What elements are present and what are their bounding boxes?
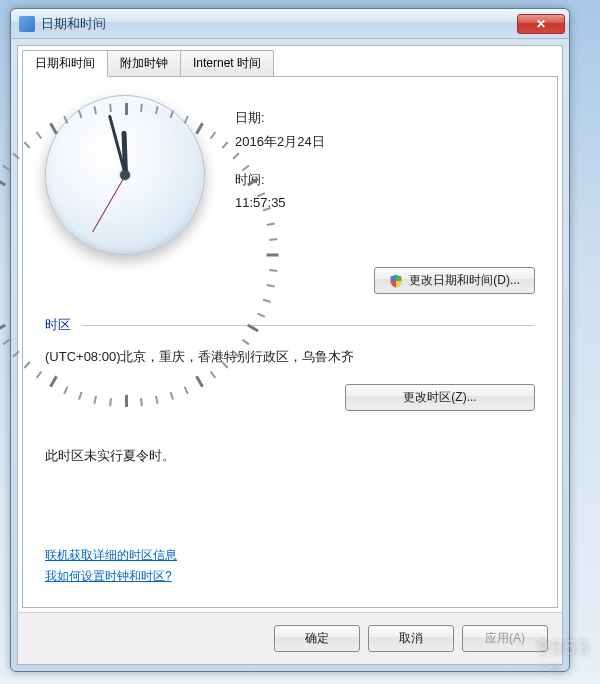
date-label: 日期: [235,109,325,127]
timezone-header-label: 时区 [45,316,71,334]
clock-tick [63,116,68,124]
clock-second-hand [92,175,126,233]
close-button[interactable]: ✕ [517,14,565,34]
help-links: 联机获取详细的时区信息 我如何设置时钟和时区? [45,547,535,595]
app-icon [19,16,35,32]
clock-tick [263,299,271,303]
analog-clock [45,95,205,255]
clock-tick [36,371,42,379]
tab-strip: 日期和时间 附加时钟 Internet 时间 [18,46,562,77]
change-datetime-label: 更改日期和时间(D)... [409,272,520,289]
clock-tick [222,141,229,148]
clock-tick [195,123,204,135]
tab-datetime[interactable]: 日期和时间 [22,50,108,77]
clock-face [45,95,205,255]
clock-tick [0,178,6,187]
clock-tick [210,131,216,139]
clock-tick [125,103,128,115]
tab-internet-time[interactable]: Internet 时间 [180,50,274,77]
clock-tick [24,361,31,368]
change-datetime-button[interactable]: 更改日期和时间(D)... [374,267,535,294]
clock-tick [170,110,174,118]
ok-button[interactable]: 确定 [274,625,360,652]
link-timezone-info[interactable]: 联机获取详细的时区信息 [45,547,535,564]
cancel-button[interactable]: 取消 [368,625,454,652]
clock-tick [93,106,97,114]
clock-center [120,170,130,180]
clock-tick [109,104,112,112]
clock-tick [210,371,216,379]
titlebar[interactable]: 日期和时间 ✕ [11,9,569,39]
dst-note: 此时区未实行夏令时。 [45,447,535,465]
dialog-footer: 确定 取消 应用(A) [18,612,562,664]
dialog-window: 日期和时间 ✕ 日期和时间 附加时钟 Internet 时间 [10,8,570,672]
clock-tick [36,131,42,139]
change-timezone-button[interactable]: 更改时区(Z)... [345,384,535,411]
clock-tick [2,339,10,345]
shield-icon [389,274,403,288]
clock-tick [0,324,6,333]
clock-tick [242,339,250,345]
clock-tick [49,123,58,135]
clock-tick [125,395,128,407]
change-timezone-label: 更改时区(Z)... [403,389,476,406]
apply-button[interactable]: 应用(A) [462,625,548,652]
time-value: 11:57:35 [235,195,325,210]
clock-tick [12,153,19,160]
clock-tick [184,116,189,124]
window-title: 日期和时间 [41,15,517,33]
datetime-info: 日期: 2016年2月24日 时间: 11:57:35 [235,95,325,255]
clock-tick [140,104,143,112]
tab-additional-clocks[interactable]: 附加时钟 [107,50,181,77]
client-area: 日期和时间 附加时钟 Internet 时间 日期: 2 [17,45,563,665]
clock-tick [2,165,10,171]
clock-tick [267,254,279,257]
clock-tick [155,106,159,114]
timezone-header: 时区 [45,316,535,334]
divider [81,325,535,326]
tab-content: 日期: 2016年2月24日 时间: 11:57:35 [22,77,558,608]
link-how-to-set[interactable]: 我如何设置时钟和时区? [45,568,535,585]
timezone-description: (UTC+08:00)北京，重庆，香港特别行政区，乌鲁木齐 [45,348,535,366]
clock-tick [12,351,19,358]
clock-tick [24,141,31,148]
date-value: 2016年2月24日 [235,133,325,151]
clock-tick [78,110,82,118]
datetime-row: 日期: 2016年2月24日 时间: 11:57:35 [45,95,535,255]
